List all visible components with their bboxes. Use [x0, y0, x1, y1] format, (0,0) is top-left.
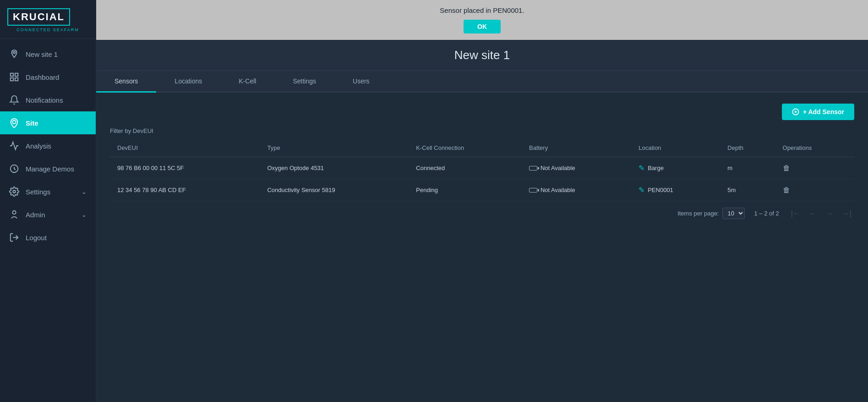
content-area: + Add Sensor Filter by DevEUI DevEUI Typ…	[96, 93, 868, 402]
page-info: 1 – 2 of 2	[754, 210, 779, 217]
items-per-page-label: Items per page:	[677, 210, 719, 217]
sensor-table: DevEUI Type K-Cell Connection Battery Lo…	[110, 139, 854, 201]
cell-deveui: 12 34 56 78 90 AB CD EF	[110, 179, 260, 201]
sidebar-item-new-site[interactable]: New site 1	[0, 43, 96, 66]
col-kcell: K-Cell Connection	[409, 139, 522, 157]
location-value: Barge	[648, 165, 664, 171]
chart-icon	[9, 141, 19, 151]
cell-location: ✎ PEN0001	[631, 179, 720, 201]
svg-rect-3	[11, 78, 13, 81]
cell-battery: Not Available	[522, 179, 631, 201]
pagination: Items per page: 10 25 50 1 – 2 of 2 |← ←…	[110, 201, 854, 219]
sidebar-item-analysis[interactable]: Analysis	[0, 134, 96, 157]
edit-location-icon[interactable]: ✎	[639, 186, 644, 194]
sidebar-item-settings-label: Settings	[26, 188, 50, 196]
logout-icon	[9, 232, 19, 242]
col-type: Type	[260, 139, 409, 157]
battery-icon	[529, 166, 537, 171]
add-sensor-button[interactable]: + Add Sensor	[782, 104, 854, 120]
svg-rect-1	[11, 73, 13, 76]
admin-chevron-icon: ⌄	[82, 211, 87, 218]
sidebar-item-analysis-label: Analysis	[26, 142, 51, 150]
sidebar-item-notifications[interactable]: Notifications	[0, 88, 96, 111]
battery-value: Not Available	[540, 187, 575, 193]
sidebar-item-admin[interactable]: Admin ⌄	[0, 203, 96, 226]
cell-operations: 🗑	[775, 157, 854, 179]
sidebar-item-manage-demos-label: Manage Demos	[26, 165, 74, 173]
bell-icon	[9, 95, 19, 105]
cell-depth: 5m	[720, 179, 775, 201]
tab-locations[interactable]: Locations	[156, 71, 220, 93]
sidebar-item-new-site-label: New site 1	[26, 50, 58, 58]
logo: KRUCIAL CONNECTED SEAFARM	[0, 0, 96, 39]
svg-point-0	[13, 51, 16, 54]
main-content: Sensor placed in PEN0001. OK New site 1 …	[96, 0, 868, 402]
settings-chevron-icon: ⌄	[82, 188, 87, 195]
star-icon	[9, 164, 19, 174]
tab-users[interactable]: Users	[334, 71, 388, 93]
last-page-button[interactable]: →|	[840, 209, 854, 219]
sidebar-item-dashboard[interactable]: Dashboard	[0, 66, 96, 88]
delete-sensor-icon[interactable]: 🗑	[783, 186, 790, 194]
sidebar-item-notifications-label: Notifications	[26, 96, 63, 104]
tab-kcell[interactable]: K-Cell	[220, 71, 274, 93]
sidebar-nav: New site 1 Dashboard Notifications Site	[0, 39, 96, 402]
logo-sub: CONNECTED SEAFARM	[7, 28, 88, 32]
tab-bar: Sensors Locations K-Cell Settings Users	[96, 71, 868, 93]
edit-location-icon[interactable]: ✎	[639, 164, 644, 172]
sidebar: KRUCIAL CONNECTED SEAFARM New site 1 Das…	[0, 0, 96, 402]
first-page-button[interactable]: |←	[788, 209, 803, 219]
svg-point-5	[12, 121, 16, 124]
pin-icon	[9, 49, 19, 59]
notification-message: Sensor placed in PEN0001.	[440, 6, 524, 14]
location-value: PEN0001	[648, 187, 673, 193]
logo-text: KRUCIAL	[13, 11, 65, 22]
page-title: New site 1	[96, 40, 868, 71]
col-depth: Depth	[720, 139, 775, 157]
col-deveui: DevEUI	[110, 139, 260, 157]
next-page-button[interactable]: →	[823, 209, 836, 219]
sidebar-item-logout[interactable]: Logout	[0, 226, 96, 249]
gear-icon	[9, 187, 19, 197]
filter-label: Filter by DevEUI	[110, 127, 854, 134]
col-battery: Battery	[522, 139, 631, 157]
tab-settings[interactable]: Settings	[274, 71, 334, 93]
cell-operations: 🗑	[775, 179, 854, 201]
col-location: Location	[631, 139, 720, 157]
dashboard-icon	[9, 72, 19, 82]
cell-deveui: 98 76 B6 00 00 11 5C 5F	[110, 157, 260, 179]
cell-location: ✎ Barge	[631, 157, 720, 179]
ok-button[interactable]: OK	[464, 20, 501, 33]
sidebar-item-site-label: Site	[26, 119, 38, 127]
col-operations: Operations	[775, 139, 854, 157]
add-sensor-icon	[792, 108, 799, 116]
cell-depth: m	[720, 157, 775, 179]
svg-point-7	[13, 190, 16, 193]
table-row: 98 76 B6 00 00 11 5C 5F Oxygen Optode 45…	[110, 157, 854, 179]
sidebar-item-manage-demos[interactable]: Manage Demos	[0, 157, 96, 180]
items-per-page-select[interactable]: 10 25 50	[722, 208, 745, 219]
svg-rect-2	[15, 73, 18, 76]
admin-icon	[9, 209, 19, 220]
location-icon	[9, 118, 19, 128]
delete-sensor-icon[interactable]: 🗑	[783, 164, 790, 172]
svg-point-8	[12, 211, 16, 214]
svg-rect-4	[15, 78, 18, 81]
table-row: 12 34 56 78 90 AB CD EF Conductivity Sen…	[110, 179, 854, 201]
sidebar-item-site[interactable]: Site	[0, 111, 96, 134]
add-sensor-label: + Add Sensor	[803, 108, 844, 116]
battery-icon	[529, 188, 537, 193]
cell-type: Oxygen Optode 4531	[260, 157, 409, 179]
cell-kcell: Pending	[409, 179, 522, 201]
prev-page-button[interactable]: ←	[807, 209, 819, 219]
logo-box: KRUCIAL	[7, 8, 70, 26]
cell-type: Conductivity Sensor 5819	[260, 179, 409, 201]
battery-value: Not Available	[540, 165, 575, 171]
cell-battery: Not Available	[522, 157, 631, 179]
sidebar-item-logout-label: Logout	[26, 234, 47, 242]
sidebar-item-settings[interactable]: Settings ⌄	[0, 180, 96, 203]
notification-banner: Sensor placed in PEN0001. OK	[96, 0, 868, 40]
tab-sensors[interactable]: Sensors	[96, 71, 156, 93]
sidebar-item-dashboard-label: Dashboard	[26, 73, 59, 81]
toolbar: + Add Sensor	[110, 104, 854, 120]
